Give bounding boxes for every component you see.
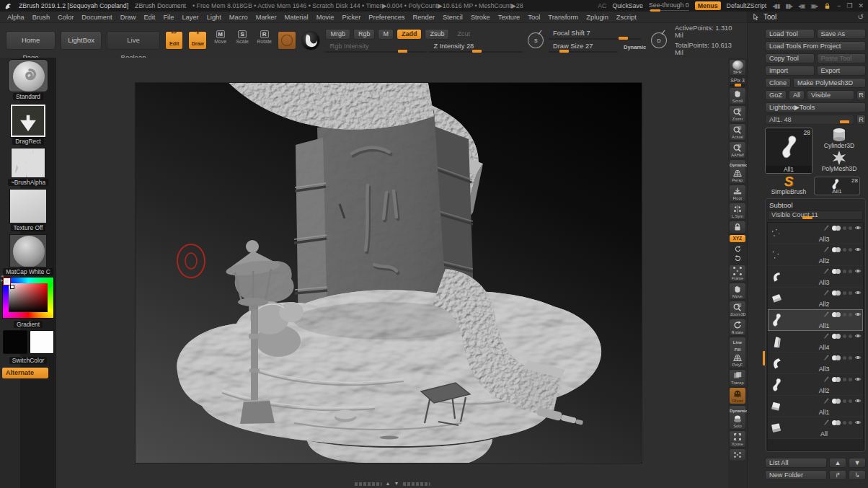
menu-macro[interactable]: Macro (229, 14, 248, 21)
simplebrush-tool[interactable]: S SimpleBrush (765, 175, 812, 195)
list-all-button[interactable]: List All (765, 458, 827, 468)
minimize-button[interactable]: − (837, 2, 841, 9)
paint-brush-icon[interactable] (823, 419, 830, 426)
sculpt-canvas[interactable] (136, 83, 642, 463)
current-stroke-preview[interactable] (278, 31, 296, 50)
make-polymesh3d-button[interactable]: Make PolyMesh3D (793, 78, 866, 88)
menu-preferences[interactable]: Preferences (368, 14, 404, 21)
mrgb-button[interactable]: Mrgb (325, 29, 350, 40)
restore-button[interactable]: ❐ (846, 2, 852, 9)
paste-tool-button[interactable]: Paste Tool (817, 53, 867, 63)
stroke-dial-icon[interactable]: S (528, 32, 544, 48)
saturation-value-square[interactable] (9, 283, 48, 312)
paint-brush-icon[interactable] (823, 332, 830, 340)
lightbox-tools-button[interactable]: Lightbox▶Tools (765, 102, 866, 112)
eye-icon[interactable] (854, 332, 862, 340)
bottom-tray-divider[interactable]: ▲ ▼ (355, 482, 430, 486)
load-tool-button[interactable]: Load Tool (765, 29, 815, 39)
subtool-row[interactable]: All3 (768, 223, 863, 244)
gradient-label-item[interactable]: Gradient (0, 320, 56, 329)
subtool-row[interactable]: All2 (768, 374, 863, 396)
subtool-row[interactable]: All (768, 417, 863, 439)
subtool-row[interactable]: All2 (768, 288, 863, 309)
export-button[interactable]: Export (817, 66, 867, 76)
menu-layer[interactable]: Layer (182, 14, 198, 21)
menu-light[interactable]: Light (207, 14, 221, 21)
default-zscript-button[interactable]: DefaultZScript (727, 2, 767, 9)
menu-brush[interactable]: Brush (32, 14, 50, 21)
eye-icon[interactable] (854, 397, 862, 404)
local-symmetry-button[interactable]: L.Sym (729, 203, 746, 220)
menu-zscript[interactable]: Zscript (616, 14, 637, 21)
main-color-swatch[interactable] (3, 330, 27, 354)
eye-icon[interactable] (854, 354, 862, 361)
move-mode-button[interactable]: M Move (212, 30, 229, 50)
current-material-item[interactable]: MatCap White C (0, 234, 56, 277)
color-picker-item[interactable] (0, 277, 56, 319)
frame-button[interactable]: Frame (729, 265, 746, 282)
see-through-slider[interactable]: See-through 0 (649, 1, 689, 11)
live-boolean-button[interactable]: Live Boolean (107, 31, 160, 50)
rotate-z-icon[interactable] (734, 254, 742, 262)
subtool-header[interactable]: Subtool (767, 200, 864, 210)
paint-brush-icon[interactable] (823, 224, 830, 231)
tool-item-slider[interactable]: All1. 48 (765, 115, 854, 125)
z-intensity-slider[interactable]: Z Intensity 28 (429, 42, 523, 53)
eye-icon[interactable] (854, 267, 862, 275)
eye-icon[interactable] (854, 311, 862, 318)
menu-texture[interactable]: Texture (498, 14, 521, 21)
rotate-mode-button[interactable]: R Rotate (256, 30, 273, 50)
tool-palette-header[interactable]: Tool ↺ (748, 12, 868, 23)
menu-marker[interactable]: Marker (256, 14, 277, 21)
zcut-button[interactable]: Zcut (452, 29, 475, 40)
eye-icon[interactable] (854, 246, 862, 253)
branch-right-button[interactable]: ↱ (829, 470, 846, 480)
menu-alpha[interactable]: Alpha (7, 14, 25, 21)
draw-size-handle[interactable] (559, 50, 569, 53)
aahalf-button[interactable]: AAHalf (729, 141, 746, 159)
brush-thumbnail[interactable] (8, 59, 48, 92)
solo-button[interactable]: DynamicSolo (729, 405, 746, 430)
palette-dock-right-icon[interactable]: ▣▸ (811, 3, 818, 9)
tray-resize-handle[interactable]: ◂▸ (1, 274, 4, 283)
zoom3d-button[interactable]: Zoom3D (729, 301, 746, 318)
menus-button[interactable]: Menus (695, 1, 721, 10)
menu-stencil[interactable]: Stencil (443, 14, 463, 21)
rgb-intensity-handle[interactable] (398, 50, 407, 53)
scroll-button[interactable]: Scroll (729, 87, 746, 105)
focal-shift-handle[interactable] (619, 37, 628, 40)
bpr-button[interactable]: BPR (729, 59, 746, 76)
floor-button[interactable]: Floor (729, 185, 746, 202)
hue-selector[interactable] (4, 278, 10, 285)
subtool-row[interactable]: All1 (768, 396, 863, 417)
draw-size-slider[interactable]: Draw Size 27 (549, 42, 618, 53)
menu-transform[interactable]: Transform (548, 14, 578, 21)
rotate-y-icon[interactable] (734, 245, 742, 253)
goz-button[interactable]: GoZ (765, 90, 787, 100)
item-r-button[interactable]: R (856, 115, 866, 125)
paint-brush-icon[interactable] (823, 289, 830, 296)
subtool-row[interactable]: All3 (768, 266, 863, 288)
current-alpha-item[interactable]: ~BrushAlpha (0, 148, 56, 187)
texture-thumbnail[interactable] (9, 189, 47, 223)
transform-lock-button[interactable] (729, 221, 746, 234)
eye-icon[interactable] (854, 289, 862, 296)
menu-movie[interactable]: Movie (316, 14, 335, 21)
scale-mode-button[interactable]: S Scale (234, 30, 251, 50)
copy-tool-button[interactable]: Copy Tool (765, 53, 815, 63)
alternate-button[interactable]: Alternate (2, 368, 48, 378)
menu-zplugin[interactable]: Zplugin (586, 14, 608, 21)
xyz-button[interactable]: XYZ (729, 234, 746, 243)
depth-dial-icon[interactable]: D (651, 32, 667, 48)
goz-r-button[interactable]: R (856, 90, 866, 100)
paint-brush-icon[interactable] (823, 311, 830, 318)
new-folder-button[interactable]: New Folder (765, 470, 827, 480)
eye-icon[interactable] (854, 376, 862, 383)
tray-toggle-right-icon[interactable]: ▮▮▸ (785, 3, 792, 9)
edit-mode-button[interactable]: ▱ Edit (165, 31, 184, 50)
dynamic-label[interactable]: Dynamic (624, 44, 646, 50)
paint-brush-icon[interactable] (823, 354, 830, 361)
visible-count-slider[interactable]: Visible Count 11 (768, 210, 863, 220)
polymesh3d-tool[interactable]: PolyMesh3D (814, 151, 864, 172)
divider-up-arrow[interactable]: ▲ (386, 482, 391, 486)
